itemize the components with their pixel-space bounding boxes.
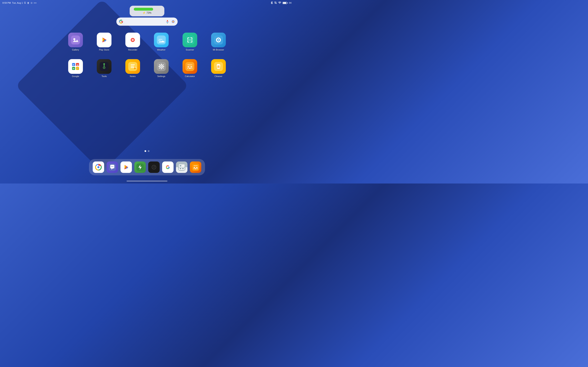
app-item-scanner[interactable]: Scanner [178,33,202,57]
svg-rect-101 [192,164,199,171]
dock [89,159,205,175]
app-item-notes[interactable]: Notes [121,59,145,83]
app-item-settings[interactable]: Settings [149,59,173,83]
wifi-icon [278,1,281,4]
svg-rect-103 [194,167,195,168]
dock-dual[interactable] [176,161,187,173]
dock-chrome[interactable] [93,161,104,173]
svg-rect-1 [167,20,168,22]
svg-rect-49 [131,66,134,67]
mibrowser-label: Mi Browser [213,49,224,51]
svg-rect-72 [219,66,219,68]
dock-camera[interactable] [148,161,160,173]
dock-speak[interactable] [107,161,118,173]
svg-rect-27 [192,40,192,42]
recorder-label: Recorder [128,49,137,51]
app-item-mibrowser[interactable]: Mi Browser [206,33,231,57]
calculator-icon [182,59,197,74]
home-bar[interactable] [127,181,167,182]
svg-rect-57 [163,66,164,67]
app-item-gallery[interactable]: Gallery [63,33,88,57]
svg-point-79 [112,166,113,167]
weather-icon: 27° [154,33,169,47]
google-icon: ✉ 📅 🗺 🔍 [68,59,83,74]
google-lens-icon[interactable] [171,20,175,24]
playstore-label: Play Store [99,49,109,51]
circle-icon: ⊙ [31,2,33,4]
trash-icon: 🗑 [27,2,29,4]
svg-rect-48 [131,64,135,65]
svg-text:📅: 📅 [77,64,79,66]
recorder-icon [125,33,140,47]
svg-rect-99 [180,168,181,169]
scanner-icon [182,33,197,47]
app-item-weather[interactable]: 27° Weather [149,33,173,57]
svg-text:🗺: 🗺 [73,68,75,70]
page-dot-2[interactable] [148,150,149,152]
dock-calculator[interactable] [190,161,201,173]
svg-rect-107 [197,168,198,169]
svg-rect-70 [217,64,220,65]
mute-icon [274,1,277,4]
app-item-google[interactable]: ✉ 📅 🗺 🔍 Google [63,59,88,83]
google-g-icon [119,19,123,24]
battery-bar-fill [134,8,153,11]
page-dots [145,150,149,152]
app-item-calculator[interactable]: Calculator [178,59,202,83]
status-right: 94 [270,1,292,4]
dock-flash[interactable] [134,161,146,173]
page-dot-1[interactable] [145,150,146,152]
app-item-playstore[interactable]: Play Store [92,33,116,57]
google-label: Google [72,75,79,77]
svg-line-0 [274,2,277,4]
svg-point-80 [113,166,113,167]
app-item-tools[interactable]: Tools [92,59,116,83]
dock-google[interactable] [162,161,173,173]
google-search-bar[interactable] [116,17,178,26]
svg-rect-63 [187,64,192,66]
playstore-icon [97,33,112,47]
svg-rect-23 [192,38,192,40]
svg-rect-66 [190,67,192,67]
svg-rect-56 [158,66,160,67]
svg-rect-106 [194,168,194,169]
app-grid: Gallery Play Store Recorder [63,33,231,83]
svg-rect-54 [161,64,162,65]
svg-rect-21 [187,38,188,40]
svg-point-5 [173,21,174,22]
more-icon[interactable]: ••• [34,2,37,4]
svg-rect-98 [180,165,181,166]
svg-point-92 [154,167,154,167]
charging-symbol: ⚡ [143,11,146,14]
svg-point-76 [97,166,99,168]
scanner-label: Scanner [186,49,194,51]
notes-label: Notes [130,75,136,77]
battery-bar-container [134,8,160,11]
settings-label: Settings [157,75,165,77]
tools-label: Tools [102,75,107,77]
app-item-cleaner[interactable]: Cleaner [206,59,231,83]
battery-percent: 94 [289,2,292,4]
svg-point-43 [103,63,105,65]
mic-icon[interactable] [165,20,169,24]
battery-indicator [283,2,288,4]
battery-popup: ⚡ 73% [130,6,164,16]
cleaner-icon [211,59,226,74]
svg-rect-104 [195,168,196,169]
svg-rect-64 [187,67,190,67]
mibrowser-icon [211,33,226,47]
svg-rect-50 [131,67,134,68]
bluetooth-icon [270,1,273,4]
svg-point-53 [161,66,162,67]
weather-label: Weather [157,49,165,51]
gallery-label: Gallery [72,49,79,51]
battery-popup-percent: 73% [146,11,151,14]
svg-point-46 [104,67,104,68]
google-status-icon: G [24,1,26,4]
background-decoration [16,0,189,172]
app-item-recorder[interactable]: Recorder [121,33,145,57]
cleaner-label: Cleaner [215,75,223,77]
dock-playstore[interactable] [121,161,132,173]
svg-rect-71 [218,66,218,68]
svg-rect-44 [104,65,104,67]
